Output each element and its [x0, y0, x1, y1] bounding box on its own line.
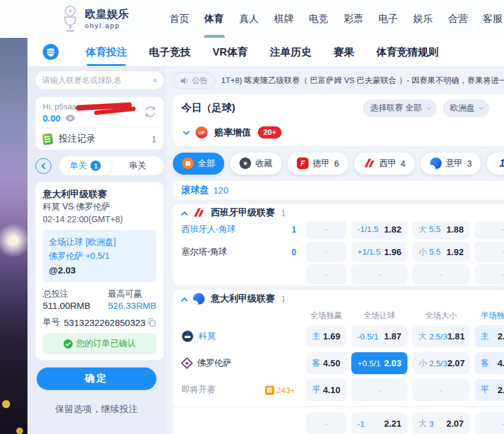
odds-cell[interactable]: -1/1.51.82	[351, 219, 407, 239]
topnav-item-电子[interactable]: 电子	[378, 0, 398, 38]
odds-value: 4.	[498, 358, 504, 368]
topnav-item-真人[interactable]: 真人	[239, 0, 259, 38]
topnav-item-体育[interactable]: 体育	[204, 0, 224, 38]
bet-record-item[interactable]: 投注记录 1	[35, 128, 164, 150]
announcement-badge[interactable]: 公告	[173, 72, 215, 89]
team-name[interactable]: 佛罗伦萨	[197, 358, 232, 369]
odds-value: 1.81	[448, 331, 465, 341]
odds-cell[interactable]: 小5.51.92	[412, 242, 470, 262]
odds-value: 1.88	[447, 225, 464, 234]
team-name[interactable]: 科莫	[199, 331, 216, 342]
filter-label: 收藏	[255, 158, 272, 169]
seriea-league-icon	[193, 293, 205, 305]
odds-type-dropdown[interactable]: 欧洲盘	[443, 99, 490, 117]
topnav-item-娱乐[interactable]: 娱乐	[413, 0, 433, 38]
league-select-label: 选择联赛 全部	[370, 103, 422, 114]
market-side: 平	[312, 385, 321, 396]
odds-cell[interactable]: 大2.5/31.81	[412, 325, 470, 347]
odds-cell[interactable]: 平2.	[475, 379, 504, 401]
match-divider	[173, 407, 504, 407]
odds-boost-row[interactable]: UP 赔率增值 20+	[173, 121, 504, 143]
odds-cell[interactable]: 小2.5/32.07	[412, 352, 470, 374]
subnav-item-注单历史[interactable]: 注单历史	[270, 45, 312, 59]
over-under-label: 小	[418, 247, 427, 258]
filter-pill-西甲[interactable]: 西甲4	[354, 153, 415, 175]
topnav-item-合营[interactable]: 合营	[448, 0, 468, 38]
slip-match: 科莫 VS 佛罗伦萨	[43, 200, 156, 213]
subnav-item-电子竞技[interactable]: 电子竞技	[149, 45, 191, 59]
odds-cell[interactable]: 主2.	[475, 325, 504, 347]
slip-selection-box: 全场让球 [欧洲盘] 佛罗伦萨 +0.5/1 @2.03	[43, 230, 156, 282]
subnav-item-VR体育[interactable]: VR体育	[213, 45, 248, 59]
live-score: 1	[291, 225, 296, 234]
odds-cell[interactable]: 客4.50	[306, 352, 346, 374]
subnav-item-体育竞猜规则[interactable]: 体育竞猜规则	[376, 45, 439, 59]
chevron-up-icon[interactable]	[181, 297, 188, 304]
topnav-item-首页[interactable]: 首页	[169, 0, 189, 38]
empty-odds: -	[325, 419, 328, 429]
tab-parlay-bet[interactable]: 串关	[112, 156, 164, 175]
odds-cell[interactable]: 主1.69	[306, 325, 346, 347]
eye-icon[interactable]	[65, 115, 75, 121]
team-name[interactable]: 西班牙人-角球	[181, 224, 236, 235]
column-header-row: 全场独赢全场让球全场大小半场独	[173, 308, 504, 323]
topnav-item-彩票[interactable]: 彩票	[343, 0, 363, 38]
odds-cell[interactable]: 大5.51.88	[412, 219, 470, 239]
section-header[interactable]: 意大利甲级联赛1	[173, 290, 504, 308]
live-betting-row[interactable]: 滚球盘 120	[173, 181, 504, 200]
tab-single-bet[interactable]: 单关 1	[59, 156, 112, 175]
market-side: 客	[312, 358, 321, 369]
sports-menu-icon[interactable]	[43, 44, 59, 60]
odds-value: 4.50	[323, 358, 340, 368]
column-header: 全场让球	[351, 310, 407, 321]
filter-pill-德甲[interactable]: F德甲6	[288, 153, 348, 175]
tab-single-label: 单关	[70, 161, 87, 172]
team-name[interactable]: 塞尔塔-角球	[181, 247, 227, 258]
team-name[interactable]: 即将开赛	[181, 385, 216, 396]
topnav-item-客服[interactable]: 客服	[483, 0, 503, 38]
confirm-button[interactable]: 确定	[37, 367, 156, 390]
odds-cell[interactable]: 客4.	[475, 352, 504, 374]
subnav-item-体育投注[interactable]: 体育投注	[86, 45, 127, 59]
odds-cell[interactable]: -12.21	[351, 413, 407, 434]
single-count-badge: 1	[90, 161, 101, 171]
announcement-bar: 公告 1T+8) 喀麦隆乙级联赛（ 巴富萨姆 VS 巴夫蒙联合 ）- 因赛果不明…	[173, 71, 504, 90]
back-button[interactable]	[35, 158, 51, 174]
filter-pill-意甲[interactable]: 意甲3	[421, 153, 481, 175]
filter-pill-全部[interactable]: 全部	[173, 153, 224, 175]
user-card: Hi, p5saa 0.00	[35, 97, 164, 128]
copy-icon[interactable]	[148, 318, 156, 327]
odds-cell[interactable]: 平4.10	[306, 379, 346, 401]
refresh-icon[interactable]	[144, 105, 157, 118]
topnav-item-棋牌[interactable]: 棋牌	[274, 0, 294, 38]
check-circle-icon	[64, 339, 73, 349]
live-count: 120	[213, 185, 228, 195]
brand-logo[interactable]: 欧皇娱乐 ohyl.app	[60, 5, 129, 33]
odds-cell[interactable]: -0.5/11.87	[351, 325, 407, 347]
odds-cell[interactable]: 大32.07	[412, 413, 470, 434]
chevron-up-icon[interactable]	[181, 211, 188, 218]
announcement-text: 1T+8) 喀麦隆乙级联赛（ 巴富萨姆 VS 巴夫蒙联合 ）- 因赛果不明确，赛…	[221, 75, 504, 86]
search-icon[interactable]	[153, 76, 157, 85]
keep-selection-button[interactable]: 保留选项，继续投注	[37, 398, 156, 421]
team-cell: 科莫	[181, 330, 301, 342]
handicap-value: +0.5/1	[357, 359, 381, 368]
topnav-item-电竞[interactable]: 电竞	[309, 0, 329, 38]
league-select-dropdown[interactable]: 选择联赛 全部	[363, 99, 437, 117]
points-line: 5.5	[429, 225, 441, 234]
odds-value: 1.92	[447, 247, 464, 257]
filter-pill-收藏[interactable]: ★收藏	[230, 153, 282, 175]
filter-pill-法甲[interactable]: 1法甲3	[487, 153, 504, 175]
odds-cell[interactable]: +0.5/12.03	[351, 352, 407, 374]
chevron-down-icon[interactable]	[183, 128, 189, 135]
odds-value: 2.	[498, 331, 504, 341]
more-markets-badge[interactable]: 243+	[265, 386, 295, 395]
odds-cell: -	[475, 219, 504, 239]
odds-cell[interactable]: +1/1.51.96	[351, 242, 407, 262]
section-header[interactable]: 西班牙甲级联赛1	[173, 204, 504, 222]
odds-value: 1.69	[323, 331, 340, 341]
subnav-item-赛果[interactable]: 赛果	[334, 45, 354, 59]
bet-slip-card: 意大利甲级联赛 科莫 VS 佛罗伦萨 02-14 22:00(GMT+8) 全场…	[35, 182, 164, 360]
search-input[interactable]	[42, 76, 150, 85]
odds-cell: -	[412, 379, 470, 401]
